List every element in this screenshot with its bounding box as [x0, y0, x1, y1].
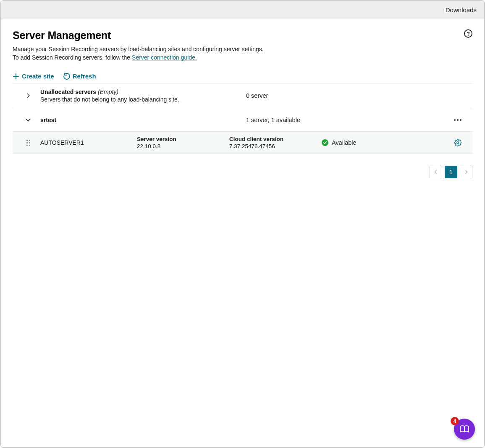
- main-content: ? Server Management Manage your Session …: [1, 19, 484, 447]
- refresh-icon: [63, 73, 70, 80]
- page-title: Server Management: [13, 29, 472, 42]
- site-label-unallocated: Unallocated servers (Empty) Servers that…: [40, 89, 246, 103]
- help-icon[interactable]: ?: [464, 29, 472, 38]
- status-text: Available: [332, 139, 357, 146]
- page-1-button[interactable]: 1: [445, 166, 457, 178]
- svg-point-0: [457, 142, 459, 144]
- expand-toggle-unallocated[interactable]: [16, 93, 40, 99]
- refresh-label: Refresh: [73, 73, 96, 80]
- site-menu-srtest[interactable]: [443, 119, 472, 121]
- site-subtitle-unallocated: Servers that do not belong to any load-b…: [40, 96, 246, 103]
- chevron-right-icon: [464, 170, 468, 174]
- chevron-left-icon: [434, 170, 438, 174]
- notification-badge: 4: [451, 417, 459, 425]
- book-icon: [459, 424, 470, 435]
- page-description-line1: Manage your Session Recording servers by…: [13, 46, 472, 52]
- server-settings-button[interactable]: [443, 139, 472, 146]
- site-row-unallocated: Unallocated servers (Empty) Servers that…: [13, 83, 472, 108]
- more-options-icon: [454, 119, 461, 121]
- site-list: Unallocated servers (Empty) Servers that…: [13, 83, 472, 154]
- top-bar: Downloads: [1, 1, 484, 19]
- server-row: AUTOSERVER1 Server version 22.10.0.8 Clo…: [13, 132, 472, 154]
- site-label-srtest: srtest: [40, 117, 246, 123]
- action-bar: Create site Refresh: [13, 73, 472, 80]
- site-title-srtest: srtest: [40, 117, 56, 123]
- prev-page-button[interactable]: [430, 166, 442, 178]
- site-count-srtest: 1 server, 1 available: [246, 117, 443, 123]
- app-window: Downloads ? Server Management Manage you…: [0, 0, 485, 448]
- chevron-right-icon: [25, 93, 31, 99]
- gear-icon: [454, 139, 461, 146]
- server-version-label: Server version: [137, 136, 229, 142]
- downloads-link[interactable]: Downloads: [446, 6, 477, 13]
- drag-handle[interactable]: [16, 140, 40, 146]
- plus-icon: [13, 73, 19, 80]
- server-name: AUTOSERVER1: [40, 139, 137, 146]
- expand-toggle-srtest[interactable]: [16, 117, 40, 123]
- status-cell: Available: [322, 139, 406, 146]
- drag-handle-icon: [26, 140, 30, 146]
- site-title-unallocated: Unallocated servers: [40, 89, 96, 95]
- help-chat-button[interactable]: 4: [454, 419, 475, 440]
- server-connection-guide-link[interactable]: Server connection guide.: [132, 54, 197, 61]
- status-available-icon: [322, 139, 328, 146]
- cloud-client-version-label: Cloud client version: [229, 136, 322, 142]
- cloud-client-version: Cloud client version 7.37.25476.47456: [229, 136, 322, 149]
- guide-prefix: To add Session Recording servers, follow…: [13, 54, 132, 61]
- server-version: Server version 22.10.0.8: [137, 136, 229, 149]
- next-page-button[interactable]: [460, 166, 472, 178]
- cloud-client-version-value: 7.37.25476.47456: [229, 143, 322, 149]
- site-empty-suffix: (Empty): [98, 89, 118, 95]
- create-site-button[interactable]: Create site: [13, 73, 54, 80]
- pagination: 1: [13, 166, 472, 178]
- server-version-value: 22.10.0.8: [137, 143, 229, 149]
- refresh-button[interactable]: Refresh: [63, 73, 96, 80]
- create-site-label: Create site: [22, 73, 54, 80]
- site-count-unallocated: 0 server: [246, 92, 443, 99]
- page-description-line2: To add Session Recording servers, follow…: [13, 54, 472, 61]
- site-row-srtest: srtest 1 server, 1 available: [13, 108, 472, 132]
- chevron-down-icon: [25, 117, 31, 123]
